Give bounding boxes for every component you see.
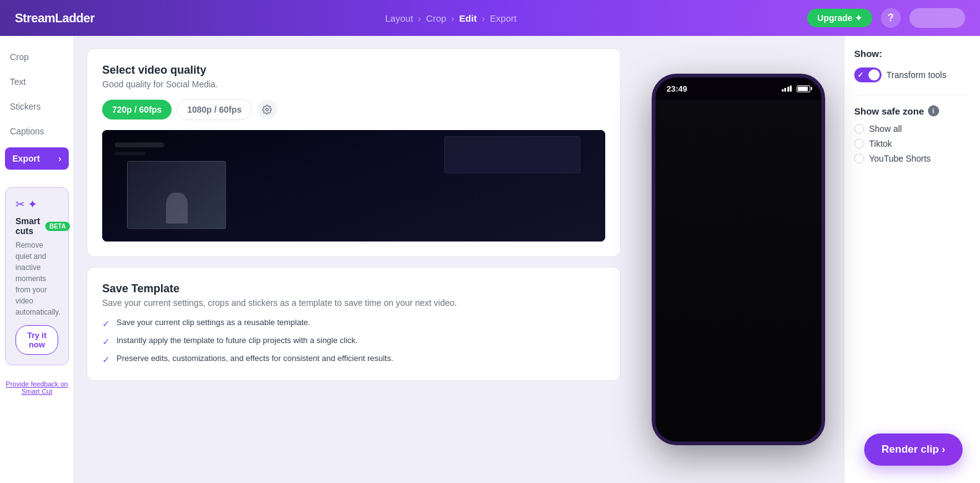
video-quality-subtitle: Good quality for Social Media. [102,79,605,89]
logo: StreamLadder [15,11,95,25]
svg-point-0 [266,108,268,111]
upgrade-button[interactable]: Upgrade ✦ [807,9,872,27]
safe-zone-info-icon[interactable]: i [928,105,939,116]
breadcrumb-export[interactable]: Export [490,13,517,24]
check-icon-1: ✓ [102,318,110,329]
video-preview-inner [102,130,605,242]
topnav-right: Upgrade ✦ ? [807,8,965,28]
sidebar-item-crop[interactable]: Crop [0,46,74,68]
safe-zone-section: Show safe zone i Show all Tiktok YouTube… [854,105,970,163]
chevron-right-icon: › [58,154,61,163]
transform-tools-row: Transform tools [854,67,970,82]
safe-zone-label-tiktok: Tiktok [869,139,892,149]
phone-time: 23:49 [667,84,687,94]
transform-tools-toggle[interactable] [854,67,882,82]
breadcrumb-crop[interactable]: Crop [426,13,447,24]
smart-cuts-card: ✂ ✦ Smart cuts BETA Remove quiet and ina… [5,187,69,365]
video-quality-card: Select video quality Good quality for So… [87,48,621,257]
safe-zone-label-all: Show all [869,124,902,134]
save-template-card: Save Template Save your current settings… [87,267,621,381]
signal-bars-icon [782,85,792,92]
phone-content [655,100,821,442]
check-icon-2: ✓ [102,336,110,347]
transform-tools-label: Transform tools [886,70,947,80]
help-button[interactable]: ? [881,8,901,28]
breadcrumb-edit: Edit [459,13,476,24]
safe-zone-title: Show safe zone [854,106,924,116]
sidebar-item-stickers[interactable]: Stickers [0,95,74,118]
quality-options: 720p / 60fps 1080p / 60fps [102,99,605,120]
quality-1080p-button[interactable]: 1080p / 60fps [177,99,252,120]
webcam-overlay [127,161,226,229]
render-clip-button[interactable]: Render clip › [864,433,963,466]
divider-1 [854,95,970,95]
video-quality-title: Select video quality [102,64,605,77]
show-label: Show: [854,48,970,59]
radio-tiktok [854,139,864,149]
sidebar: Crop Text Stickers Captions Export › ✂ ✦… [0,36,74,483]
smart-cuts-icon: ✂ ✦ [15,198,58,211]
sidebar-item-text[interactable]: Text [0,71,74,93]
user-avatar-button[interactable] [909,8,965,28]
safe-zone-label-youtube-shorts: YouTube Shorts [869,154,930,163]
breadcrumb: Layout › Crop › Edit › Export [385,13,517,24]
phone-status-bar: 23:49 [655,77,821,100]
sidebar-item-export-wrapper: Export › [5,147,69,170]
sidebar-item-captions[interactable]: Captions [0,120,74,142]
radio-youtube-shorts [854,154,864,163]
save-template-subtitle: Save your current settings, crops and st… [102,298,605,308]
radio-all [854,124,864,134]
breadcrumb-layout[interactable]: Layout [385,13,413,24]
save-template-feature-2: ✓ Instantly apply the template to future… [102,336,605,347]
save-template-feature-1: ✓ Save your current clip settings as a r… [102,318,605,329]
save-template-feature-3: ✓ Preserve edits, customizations, and ef… [102,354,605,365]
main-layout: Crop Text Stickers Captions Export › ✂ ✦… [0,36,980,483]
quality-settings-icon[interactable] [257,100,277,120]
feature-text-2: Instantly apply the template to future c… [116,336,357,345]
smart-cuts-title-row: Smart cuts BETA [15,216,58,236]
render-btn-wrapper: Render clip › [864,433,963,466]
try-smart-cuts-button[interactable]: Try it now [15,325,58,355]
phone-preview-wrapper: 23:49 [633,36,844,483]
safe-zone-option-tiktok[interactable]: Tiktok [854,139,970,149]
sidebar-item-export[interactable]: Export › [5,147,69,170]
safe-zone-option-all[interactable]: Show all [854,124,970,134]
feedback-link[interactable]: Provide feedback on Smart Cut [0,380,74,395]
video-preview [102,130,605,242]
safe-zone-options: Show all Tiktok YouTube Shorts [854,124,970,163]
quality-720p-button[interactable]: 720p / 60fps [102,100,172,120]
save-template-features: ✓ Save your current clip settings as a r… [102,318,605,365]
phone-frame: 23:49 [652,74,825,445]
topnav: StreamLadder Layout › Crop › Edit › Expo… [0,0,980,36]
feature-text-3: Preserve edits, customizations, and effe… [116,354,393,363]
save-template-title: Save Template [102,282,605,295]
feature-text-1: Save your current clip settings as a reu… [116,318,310,327]
safe-zone-option-youtube-shorts[interactable]: YouTube Shorts [854,154,970,163]
safe-zone-header: Show safe zone i [854,105,970,116]
battery-icon [797,85,810,92]
phone-status-icons [782,85,811,92]
main-content: Select video quality Good quality for So… [74,36,633,483]
check-icon-3: ✓ [102,354,110,365]
right-panel: Show: Transform tools Show safe zone i S… [844,36,980,483]
